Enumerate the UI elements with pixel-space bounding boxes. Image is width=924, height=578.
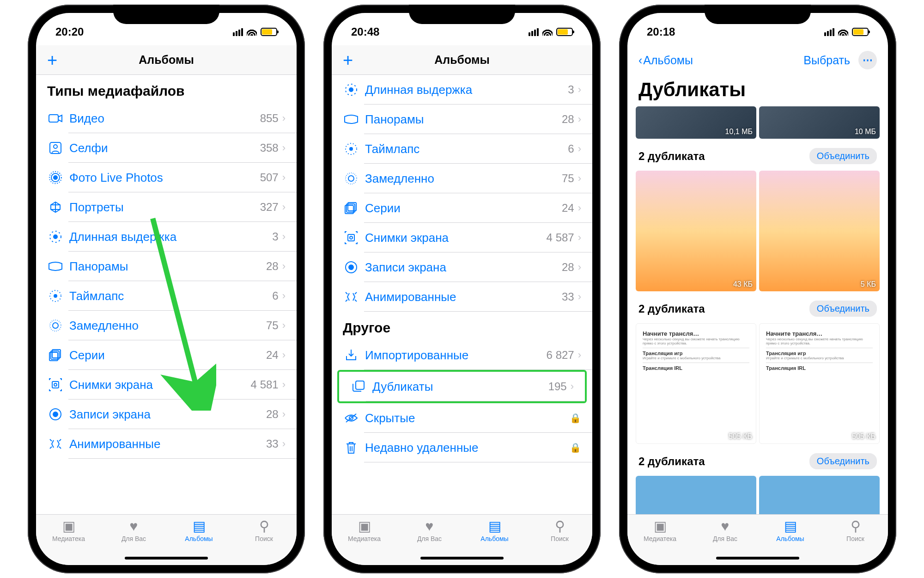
album-row-portrait[interactable]: Портреты 327› [36, 192, 297, 222]
chevron-right-icon: › [282, 142, 286, 154]
album-row-screenshot[interactable]: Снимки экрана 4 581› [36, 370, 297, 400]
album-row-animated[interactable]: Анимированные 33› [332, 282, 592, 312]
tab-icon: ⚲ [851, 519, 861, 533]
album-row-live[interactable]: Фото Live Photos 507› [36, 163, 297, 192]
album-row-pano[interactable]: Панорамы 28› [36, 252, 297, 281]
row-count: 33 [562, 290, 574, 303]
album-row-timelapse[interactable]: Таймлапс 6› [332, 134, 592, 164]
chevron-right-icon: › [282, 438, 286, 450]
row-count: 24 [562, 202, 574, 215]
back-button[interactable]: ‹ Альбомы [638, 54, 693, 67]
album-row-dup[interactable]: Дубликаты 195› [339, 372, 585, 401]
tab-3[interactable]: ⚲ Поиск [231, 519, 297, 565]
home-indicator[interactable] [716, 557, 799, 560]
album-row-longexp[interactable]: Длинная выдержка 3› [332, 75, 592, 105]
album-row-burst[interactable]: Серии 24› [332, 193, 592, 223]
slomo-icon [47, 319, 64, 332]
row-count: 6 827 [547, 349, 574, 362]
album-row-selfie[interactable]: Селфи 358› [36, 133, 297, 163]
svg-point-11 [53, 323, 58, 328]
dup-thumb[interactable]: Начните трансля…Через несколько секунд в… [759, 323, 880, 444]
tab-0[interactable]: ▣ Медиатека [332, 519, 397, 565]
svg-rect-15 [52, 381, 59, 388]
row-count: 28 [562, 261, 574, 274]
chevron-right-icon: › [578, 261, 581, 273]
tab-icon: ▤ [488, 519, 501, 533]
screenrec-icon [47, 408, 64, 421]
dup-thumb[interactable]: 43 КБ [636, 171, 756, 291]
tab-0[interactable]: ▣ Медиатека [627, 519, 693, 565]
video-icon [47, 113, 64, 123]
svg-rect-0 [49, 115, 58, 122]
album-row-screenrec[interactable]: Записи экрана 28› [332, 252, 592, 282]
merge-button[interactable]: Объединить [809, 301, 877, 317]
album-row-slomo[interactable]: Замедленно 75› [36, 311, 297, 340]
tab-3[interactable]: ⚲ Поиск [823, 519, 888, 565]
album-row-burst[interactable]: Серии 24› [36, 340, 297, 370]
row-count: 507 [260, 171, 279, 184]
timelapse-icon [343, 142, 359, 155]
row-label: Замедленно [365, 172, 562, 186]
home-indicator[interactable] [125, 557, 208, 560]
dup-thumb[interactable]: 1,7 МБ [759, 476, 880, 514]
chevron-left-icon: ‹ [638, 54, 642, 67]
wifi-icon [542, 28, 553, 36]
album-row-slomo[interactable]: Замедленно 75› [332, 164, 592, 193]
album-row-import[interactable]: Импортированные 6 827› [332, 340, 592, 370]
select-button[interactable]: Выбрать [803, 54, 850, 67]
row-count: 358 [260, 141, 279, 154]
row-label: Недавно удаленные [365, 441, 570, 455]
portrait-icon [47, 201, 64, 213]
tab-icon: ♥ [426, 519, 434, 533]
dup-thumb[interactable]: 1,7 МБ [636, 476, 756, 514]
svg-point-10 [50, 320, 61, 331]
dup-thumb[interactable]: Начните трансля…Через несколько секунд в… [636, 323, 756, 444]
duplicates-content[interactable]: 10,1 МБ 10 МБ 2 дубликата Объединить 43 … [627, 106, 888, 514]
chevron-right-icon: › [578, 349, 581, 361]
tab-3[interactable]: ⚲ Поиск [527, 519, 592, 565]
chevron-right-icon: › [578, 113, 581, 125]
row-label: Записи экрана [69, 407, 266, 422]
album-row-animated[interactable]: Анимированные 33› [36, 429, 297, 459]
page-title: Дубликаты [627, 75, 888, 106]
svg-point-24 [346, 173, 357, 184]
add-button[interactable]: + [47, 51, 57, 69]
dup-thumb[interactable]: 5 КБ [759, 171, 880, 291]
row-count: 327 [260, 201, 279, 214]
album-row-video[interactable]: Видео 855› [36, 104, 297, 133]
tab-icon: ♥ [721, 519, 729, 533]
tab-icon: ▤ [193, 519, 206, 533]
dup-thumb[interactable]: 10,1 МБ [636, 106, 756, 139]
chevron-right-icon: › [571, 381, 574, 393]
slomo-icon [343, 172, 359, 185]
row-count: 195 [548, 380, 567, 393]
pano-icon [47, 262, 64, 271]
album-row-longexp[interactable]: Длинная выдержка 3› [36, 222, 297, 252]
chevron-right-icon: › [282, 379, 286, 391]
album-row-trash[interactable]: Недавно удаленные 🔒 [332, 433, 592, 462]
row-count: 33 [266, 437, 279, 450]
album-row-screenrec[interactable]: Записи экрана 28› [36, 400, 297, 429]
merge-button[interactable]: Объединить [809, 453, 877, 469]
tab-0[interactable]: ▣ Медиатека [36, 519, 101, 565]
content[interactable]: Типы медиафайлов Видео 855› Селфи 358› Ф… [36, 75, 297, 514]
merge-button[interactable]: Объединить [809, 148, 877, 164]
home-indicator[interactable] [420, 557, 504, 560]
add-button[interactable]: + [343, 51, 353, 69]
row-label: Импортированные [365, 348, 547, 363]
more-button[interactable]: ⋯ [858, 51, 877, 69]
tab-label: Альбомы [480, 535, 508, 542]
chevron-right-icon: › [282, 290, 286, 302]
album-row-pano[interactable]: Панорамы 28› [332, 105, 592, 134]
row-label: Дубликаты [372, 380, 548, 394]
album-row-screenshot[interactable]: Снимки экрана 4 587› [332, 223, 592, 252]
row-label: Серии [365, 201, 562, 215]
album-row-timelapse[interactable]: Таймлапс 6› [36, 281, 297, 311]
lock-icon: 🔒 [570, 412, 581, 424]
row-count: 28 [266, 260, 279, 273]
dup-thumb[interactable]: 10 МБ [759, 106, 880, 139]
album-row-hidden[interactable]: Скрытые 🔒 [332, 403, 592, 433]
content[interactable]: Длинная выдержка 3› Панорамы 28› Таймлап… [332, 75, 592, 514]
live-icon [47, 171, 64, 184]
pano-icon [343, 115, 359, 124]
